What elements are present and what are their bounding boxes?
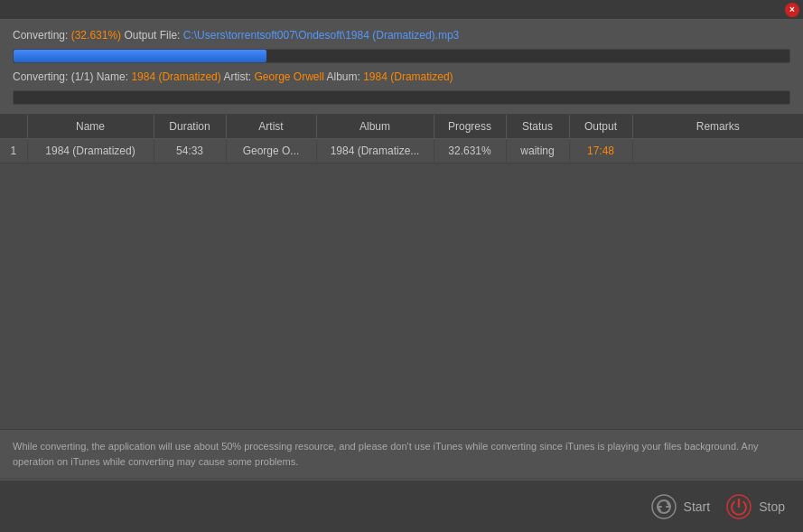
stop-icon — [724, 492, 753, 521]
col-progress: Progress — [434, 115, 506, 139]
cell-artist: George O... — [226, 139, 316, 163]
footer-note: While converting, the application will u… — [0, 429, 803, 478]
track-name: 1984 (Dramatized) — [131, 70, 220, 83]
converting-line-1: Converting: (32.631%) Output File: C:\Us… — [13, 29, 790, 42]
footer-note-text: While converting, the application will u… — [13, 441, 759, 467]
cell-duration: 54:33 — [154, 139, 226, 163]
album-label: Album: — [324, 70, 363, 83]
tracks-table: Name Duration Artist Album Progress Stat… — [0, 115, 803, 163]
cell-progress: 32.631% — [434, 139, 506, 163]
close-button[interactable]: × — [785, 3, 799, 17]
cell-output: 17:48 — [569, 139, 632, 163]
col-album: Album — [316, 115, 434, 139]
col-name: Name — [27, 115, 154, 139]
cell-num: 1 — [0, 139, 27, 163]
start-label: Start — [684, 499, 711, 514]
converting-line-2: Converting: (1/1) Name: 1984 (Dramatized… — [13, 70, 790, 83]
col-duration: Duration — [154, 115, 226, 139]
cell-name: 1984 (Dramatized) — [27, 139, 154, 163]
cell-album: 1984 (Dramatize... — [316, 139, 434, 163]
title-bar: × — [0, 0, 803, 20]
converting-info-section: Converting: (32.631%) Output File: C:\Us… — [0, 20, 803, 115]
tracks-table-section: Name Duration Artist Album Progress Stat… — [0, 115, 803, 163]
output-label: Output File: — [121, 29, 183, 42]
cell-status: waiting — [506, 139, 569, 163]
cell-remarks — [632, 139, 803, 163]
progress-bar-1-container — [13, 49, 790, 63]
start-icon — [649, 492, 678, 521]
converting-label-1: Converting: — [13, 29, 71, 42]
progress-bar-1-fill — [14, 50, 266, 62]
progress-bar-2-container — [13, 90, 790, 105]
track-artist: George Orwell — [254, 70, 323, 83]
stop-label: Stop — [759, 499, 785, 514]
col-output: Output — [569, 115, 632, 139]
converting-percent: (32.631%) — [71, 29, 121, 42]
start-button[interactable]: Start — [649, 492, 711, 521]
col-artist: Artist — [226, 115, 316, 139]
svg-point-0 — [652, 495, 676, 518]
col-num — [0, 115, 27, 139]
col-status: Status — [506, 115, 569, 139]
track-album: 1984 (Dramatized) — [363, 70, 453, 83]
bottom-bar: Start Stop — [0, 480, 803, 532]
stop-button[interactable]: Stop — [724, 492, 785, 521]
col-remarks: Remarks — [632, 115, 803, 139]
artist-label: Artist: — [221, 70, 255, 83]
table-header-row: Name Duration Artist Album Progress Stat… — [0, 115, 803, 139]
output-filepath: C:\Users\torrentsoft007\Ondesoft\1984 (D… — [183, 29, 459, 42]
converting-label-2: Converting: (1/1) Name: — [13, 70, 131, 83]
table-row: 1 1984 (Dramatized) 54:33 George O... 19… — [0, 139, 803, 163]
